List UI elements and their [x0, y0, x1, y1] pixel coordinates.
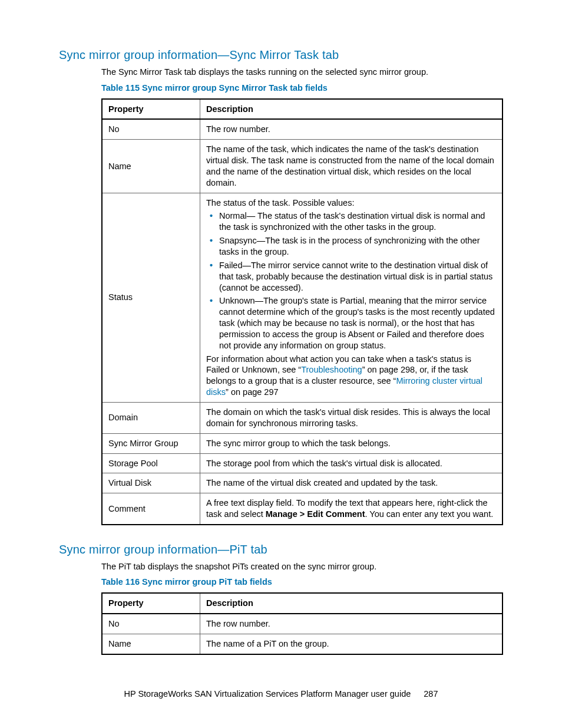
- prop-name: Name: [102, 140, 200, 193]
- prop-sync-mirror-group: Sync Mirror Group: [102, 433, 200, 453]
- status-footer-text: ” on page 297: [226, 387, 279, 397]
- col-property: Property: [102, 99, 200, 120]
- table-row: Name The name of a PiT on the group.: [102, 634, 503, 654]
- comment-menu-path: Manage > Edit Comment: [266, 509, 365, 519]
- table-row: No The row number.: [102, 119, 503, 139]
- desc-storage-pool: The storage pool from which the task's v…: [200, 453, 503, 473]
- desc-sync-mirror-group: The sync mirror group to which the task …: [200, 433, 503, 453]
- table-row: Domain The domain on which the task's vi…: [102, 402, 503, 433]
- page: Sync mirror group information—Sync Mirro…: [0, 0, 562, 728]
- col-property: Property: [102, 593, 200, 614]
- page-footer: HP StorageWorks SAN Virtualization Servi…: [0, 689, 562, 699]
- table-row: Sync Mirror Group The sync mirror group …: [102, 433, 503, 453]
- desc-name: The name of the task, which indicates th…: [200, 140, 503, 193]
- desc-virtual-disk: The name of the virtual disk created and…: [200, 473, 503, 493]
- link-troubleshooting[interactable]: Troubleshooting: [301, 365, 362, 374]
- table-116-caption: Table 116 Sync mirror group PiT tab fiel…: [101, 577, 503, 587]
- table-row: No The row number.: [102, 614, 503, 634]
- section-description: The Sync Mirror Task tab displays the ta…: [101, 67, 503, 78]
- table-115-caption: Table 115 Sync mirror group Sync Mirror …: [101, 83, 503, 93]
- prop-virtual-disk: Virtual Disk: [102, 473, 200, 493]
- footer-title: HP StorageWorks SAN Virtualization Servi…: [124, 689, 411, 699]
- col-description: Description: [200, 99, 503, 120]
- page-number: 287: [424, 689, 438, 699]
- desc-no: The row number.: [200, 119, 503, 139]
- table-row: Storage Pool The storage pool from which…: [102, 453, 503, 473]
- prop-no: No: [102, 614, 200, 634]
- section-heading-sync-mirror-task: Sync mirror group information—Sync Mirro…: [59, 48, 503, 62]
- table-row: Comment A free text display field. To mo…: [102, 493, 503, 525]
- table-row: Status The status of the task. Possible …: [102, 193, 503, 402]
- prop-name: Name: [102, 634, 200, 654]
- desc-domain: The domain on which the task's virtual d…: [200, 402, 503, 433]
- comment-text: . You can enter any text you want.: [365, 509, 494, 519]
- table-116: Property Description No The row number. …: [101, 592, 503, 655]
- list-item: Normal— The status of the task's destina…: [206, 210, 496, 233]
- desc-no: The row number.: [200, 614, 503, 634]
- prop-storage-pool: Storage Pool: [102, 453, 200, 473]
- table-header-row: Property Description: [102, 99, 503, 120]
- table-row: Virtual Disk The name of the virtual dis…: [102, 473, 503, 493]
- table-header-row: Property Description: [102, 593, 503, 614]
- table-row: Name The name of the task, which indicat…: [102, 140, 503, 193]
- list-item: Unknown—The group's state is Partial, me…: [206, 295, 496, 351]
- prop-comment: Comment: [102, 493, 200, 525]
- desc-comment: A free text display field. To modify the…: [200, 493, 503, 525]
- section-description: The PiT tab displays the snapshot PiTs c…: [101, 561, 503, 573]
- prop-domain: Domain: [102, 402, 200, 433]
- list-item: Failed—The mirror service cannot write t…: [206, 260, 496, 294]
- list-item: Snapsync—The task is in the process of s…: [206, 235, 496, 258]
- table-115: Property Description No The row number. …: [101, 98, 503, 525]
- desc-name: The name of a PiT on the group.: [200, 634, 503, 654]
- prop-no: No: [102, 119, 200, 139]
- status-values-list: Normal— The status of the task's destina…: [206, 210, 496, 351]
- col-description: Description: [200, 593, 503, 614]
- section-heading-pit-tab: Sync mirror group information—PiT tab: [59, 543, 503, 556]
- desc-status: The status of the task. Possible values:…: [200, 193, 503, 402]
- prop-status: Status: [102, 193, 200, 402]
- status-intro: The status of the task. Possible values:: [206, 198, 354, 207]
